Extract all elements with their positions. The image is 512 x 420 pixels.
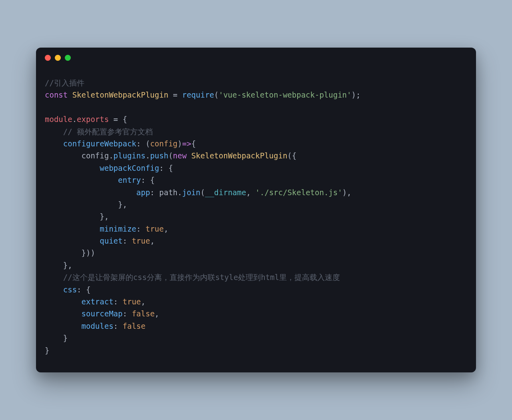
code-property: sourceMap [82, 309, 123, 318]
code-colon: : [114, 297, 118, 306]
code-brace: } [63, 261, 68, 270]
code-comma: , [150, 236, 154, 245]
code-paren: ) [342, 188, 347, 197]
code-colon: : [77, 285, 81, 294]
code-property: minimize [100, 224, 136, 233]
window-titlebar [36, 48, 476, 65]
code-arrow: => [182, 139, 191, 148]
code-function: push [150, 151, 168, 160]
code-paren: ) [178, 139, 182, 148]
code-keyword: new [173, 151, 186, 160]
code-brace: { [86, 285, 90, 294]
code-paren: ( [200, 188, 205, 197]
code-comma: , [155, 309, 159, 318]
code-property: configureWebpack [63, 139, 136, 148]
code-comma: , [141, 297, 145, 306]
code-colon: : [150, 188, 154, 197]
code-property: plugins [114, 151, 146, 160]
code-exports: exports [77, 115, 109, 124]
code-brace: { [168, 164, 173, 172]
code-class: SkeletonWebpackPlugin [191, 151, 287, 160]
code-comment: //引入插件 [45, 78, 84, 87]
code-function: require [182, 90, 214, 99]
code-paren: ) [90, 248, 95, 257]
code-variable: config [82, 151, 109, 160]
code-paren: ( [214, 90, 218, 99]
code-boolean: true [146, 224, 164, 233]
code-semicolon: ; [356, 90, 360, 99]
code-brace: { [292, 151, 296, 160]
code-variable: path [159, 188, 178, 197]
code-property: extract [82, 297, 114, 306]
code-comma: , [104, 212, 109, 221]
code-brace: } [100, 212, 104, 221]
code-module: module [45, 115, 72, 124]
code-brace: } [45, 346, 49, 355]
code-property: webpackConfig [100, 164, 159, 172]
code-property: app [136, 188, 150, 197]
code-dot: . [178, 188, 182, 197]
code-comma: , [122, 200, 127, 209]
code-brace: { [191, 139, 196, 148]
code-function: join [182, 188, 200, 197]
code-property: quiet [100, 236, 122, 245]
code-dot: . [109, 151, 113, 160]
code-string: 'vue-skeleton-webpack-plugin' [219, 90, 352, 99]
code-colon: : [114, 322, 118, 330]
code-colon: : [141, 176, 145, 184]
code-boolean: false [132, 309, 154, 318]
code-paren: ( [146, 139, 150, 148]
code-boolean: false [123, 322, 146, 330]
code-param: config [150, 139, 178, 148]
code-block: //引入插件 const SkeletonWebpackPlugin = req… [45, 77, 467, 356]
code-paren: ) [86, 248, 90, 257]
code-comma: , [164, 224, 168, 233]
code-content: //引入插件 const SkeletonWebpackPlugin = req… [36, 65, 476, 372]
code-boolean: true [132, 236, 150, 245]
code-brace: { [123, 115, 127, 124]
close-button[interactable] [45, 55, 51, 61]
code-boolean: true [123, 297, 141, 306]
code-colon: : [122, 236, 127, 245]
code-comma: , [68, 261, 72, 270]
code-brace: } [82, 248, 86, 257]
code-property: css [63, 285, 77, 294]
code-operator: = [109, 115, 122, 124]
code-colon: : [159, 164, 164, 172]
code-comma: , [246, 188, 250, 197]
code-property: entry [118, 176, 141, 184]
code-paren: ( [287, 151, 292, 160]
code-comment: //这个是让骨架屏的css分离，直接作为内联style处理到html里，提高载入… [63, 273, 340, 282]
minimize-button[interactable] [55, 55, 61, 61]
code-brace: } [118, 200, 122, 209]
code-window: //引入插件 const SkeletonWebpackPlugin = req… [36, 48, 476, 372]
code-class: SkeletonWebpackPlugin [72, 90, 168, 99]
code-builtin: __dirname [205, 188, 246, 197]
code-brace: } [63, 334, 68, 342]
code-colon: : [122, 309, 127, 318]
code-comment: // 额外配置参考官方文档 [63, 127, 153, 136]
code-paren: ) [351, 90, 356, 99]
code-dot: . [146, 151, 150, 160]
code-keyword: const [45, 90, 68, 99]
code-brace: { [150, 176, 154, 184]
code-dot: . [72, 115, 77, 124]
code-property: modules [82, 322, 114, 330]
code-colon: : [136, 224, 141, 233]
code-comma: , [347, 188, 351, 197]
code-colon: : [136, 139, 141, 148]
code-string: './src/Skeleton.js' [255, 188, 342, 197]
code-operator: = [168, 90, 182, 99]
maximize-button[interactable] [65, 55, 71, 61]
code-paren: ( [168, 151, 173, 160]
